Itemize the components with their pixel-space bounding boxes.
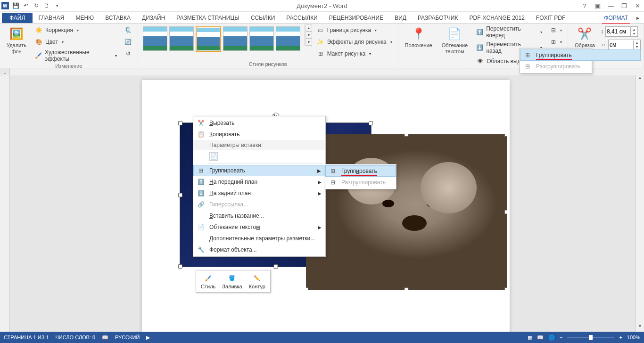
submenu-group[interactable]: ⊞Группировать bbox=[325, 165, 396, 177]
picture-border-button[interactable]: ▭Граница рисунка▾ bbox=[314, 24, 395, 36]
style-preset-4[interactable] bbox=[223, 26, 248, 51]
restore-button[interactable]: ❐ bbox=[618, 0, 631, 11]
help-button[interactable]: ? bbox=[578, 0, 591, 11]
zoom-slider[interactable] bbox=[567, 337, 614, 338]
style-preset-1[interactable] bbox=[143, 26, 167, 51]
zoom-in[interactable]: + bbox=[619, 335, 622, 340]
ctx-paste-option[interactable]: 📄 bbox=[193, 150, 325, 163]
image-2[interactable]: ↻ bbox=[306, 134, 507, 290]
status-words[interactable]: ЧИСЛО СЛОВ: 0 bbox=[56, 335, 96, 340]
status-macro-icon[interactable]: ▶ bbox=[146, 335, 150, 341]
gallery-more[interactable]: ▾ bbox=[305, 39, 312, 46]
scrollbar-vertical[interactable]: ▲ ▼ bbox=[636, 75, 644, 332]
tab-format[interactable]: ФОРМАТ bbox=[598, 13, 634, 23]
corrections-button[interactable]: ☀️Коррекция▾ bbox=[32, 24, 120, 36]
ribbon-tabs: ФАЙЛ ГЛАВНАЯ Меню ВСТАВКА ДИЗАЙН РАЗМЕТК… bbox=[0, 12, 644, 24]
tab-page-layout[interactable]: РАЗМЕТКА СТРАНИЦЫ bbox=[171, 13, 245, 23]
mini-outline-button[interactable]: ✏️Контур bbox=[246, 272, 268, 290]
picture-effects-button[interactable]: ✨Эффекты для рисунка▾ bbox=[314, 36, 395, 48]
compress-pictures-button[interactable]: 🗜️ bbox=[122, 24, 135, 36]
status-bar: СТРАНИЦА 1 ИЗ 1 ЧИСЛО СЛОВ: 0 📖 РУССКИЙ … bbox=[0, 332, 644, 343]
bring-forward-button[interactable]: ⬆️Переместить вперед▾ bbox=[473, 24, 545, 40]
ctx-send-back[interactable]: ⬇️На задний план▶ bbox=[193, 188, 325, 199]
style-preset-6[interactable] bbox=[276, 26, 300, 51]
quick-access-toolbar: W 💾 ↶ ↻ 🗋 ▾ bbox=[0, 0, 62, 11]
tab-design[interactable]: ДИЗАЙН bbox=[136, 13, 171, 23]
save-button[interactable]: 💾 bbox=[10, 0, 21, 11]
tab-pdfxchange[interactable]: PDF-XChange 2012 bbox=[463, 13, 530, 23]
height-input[interactable]: ▲▼ bbox=[605, 26, 638, 37]
height-icon: ↕ bbox=[601, 28, 603, 35]
qat-customize[interactable]: ▾ bbox=[52, 0, 62, 11]
redo-button[interactable]: ↻ bbox=[31, 0, 41, 11]
tab-developer[interactable]: РАЗРАБОТЧИК bbox=[412, 13, 464, 23]
workspace: ↻ ↻ 🖌️Стиль 🪣Заливка ✏️Контур bbox=[0, 75, 644, 332]
position-button[interactable]: 📍Положение bbox=[401, 24, 436, 50]
context-menu: ✂️Вырезать 📋Копировать Параметры вставки… bbox=[193, 116, 326, 257]
new-doc-button[interactable]: 🗋 bbox=[41, 0, 52, 11]
tab-mailings[interactable]: РАССЫЛКИ bbox=[281, 13, 323, 23]
document-area[interactable]: ↻ ↻ 🖌️Стиль 🪣Заливка ✏️Контур bbox=[10, 75, 644, 332]
window-title: Документ2 - Word bbox=[297, 2, 347, 9]
ribbon: 🖼️ Удалить фон ☀️Коррекция▾ 🎨Цвет▾ 🖌️Худ… bbox=[0, 24, 644, 68]
style-preset-2[interactable] bbox=[169, 26, 194, 51]
group-picture-styles: ▴ ▾ ▾ ▭Граница рисунка▾ ✨Эффекты для рис… bbox=[138, 24, 398, 68]
align-button[interactable]: ⊟▾ bbox=[547, 24, 565, 36]
color-button[interactable]: 🎨Цвет▾ bbox=[32, 36, 120, 48]
mini-fill-button[interactable]: 🪣Заливка bbox=[219, 272, 245, 290]
crop-button[interactable]: ✂️Обрезка bbox=[571, 24, 599, 50]
width-icon: ↔ bbox=[601, 41, 606, 48]
style-preset-3[interactable] bbox=[196, 26, 221, 52]
picture-layout-button[interactable]: ⊞Макет рисунка▾ bbox=[314, 48, 395, 59]
tab-view[interactable]: ВИД bbox=[389, 13, 412, 23]
group-dropdown-ungroup: ⊟Разгруппировать bbox=[520, 61, 641, 72]
remove-background-button[interactable]: 🖼️ Удалить фон bbox=[3, 24, 30, 57]
svg-text:W: W bbox=[3, 3, 8, 8]
ctx-wrap-text[interactable]: 📄Обтекание текстом▶ bbox=[193, 221, 325, 233]
ribbon-options-button[interactable]: ▣ bbox=[591, 0, 604, 11]
tab-home[interactable]: ГЛАВНАЯ bbox=[33, 13, 70, 23]
ctx-group[interactable]: ⊞Группировать▶ bbox=[193, 165, 325, 176]
status-page[interactable]: СТРАНИЦА 1 ИЗ 1 bbox=[4, 335, 49, 340]
width-input[interactable]: ▲▼ bbox=[608, 40, 641, 50]
group-dropdown-group[interactable]: ⊞Группировать bbox=[520, 49, 641, 61]
view-read-mode[interactable]: 📖 bbox=[537, 335, 544, 341]
close-button[interactable]: ✕ bbox=[631, 0, 644, 11]
ruler-vertical[interactable] bbox=[0, 75, 10, 332]
picture-style-gallery[interactable] bbox=[141, 24, 302, 54]
ctx-cut[interactable]: ✂️Вырезать bbox=[193, 117, 325, 129]
status-language[interactable]: РУССКИЙ bbox=[115, 335, 140, 340]
tab-insert[interactable]: ВСТАВКА bbox=[99, 13, 136, 23]
mini-toolbar: 🖌️Стиль 🪣Заливка ✏️Контур bbox=[196, 270, 271, 293]
tab-references[interactable]: ССЫЛКИ bbox=[245, 13, 281, 23]
ctx-more-layout[interactable]: Дополнительные параметры разметки... bbox=[193, 233, 325, 244]
undo-button[interactable]: ↶ bbox=[21, 0, 31, 11]
tab-menu[interactable]: Меню bbox=[70, 13, 99, 23]
artistic-effects-button[interactable]: 🖌️Художественные эффекты▾ bbox=[32, 48, 120, 63]
reset-picture-button[interactable]: ↺ bbox=[122, 48, 135, 59]
zoom-out[interactable]: − bbox=[560, 335, 562, 340]
ctx-copy[interactable]: 📋Копировать bbox=[193, 129, 325, 140]
tab-foxit[interactable]: Foxit PDF bbox=[530, 13, 571, 23]
gallery-up[interactable]: ▴ bbox=[305, 24, 312, 32]
style-preset-5[interactable] bbox=[249, 26, 274, 51]
tab-overflow[interactable]: ▸ bbox=[634, 13, 642, 23]
zoom-level[interactable]: 100% bbox=[627, 335, 640, 340]
ctx-hyperlink: 🔗Гиперссылка... bbox=[193, 199, 325, 210]
view-web-layout[interactable]: 🌐 bbox=[548, 335, 555, 341]
ctx-insert-caption[interactable]: Вставить название... bbox=[193, 210, 325, 221]
group-button[interactable]: ⊞▾ bbox=[547, 36, 565, 48]
word-icon: W bbox=[0, 0, 10, 11]
gallery-down[interactable]: ▾ bbox=[305, 32, 312, 39]
minimize-button[interactable]: — bbox=[604, 0, 618, 11]
tab-file[interactable]: ФАЙЛ bbox=[2, 13, 33, 23]
window-controls: ? ▣ — ❐ ✕ bbox=[578, 0, 644, 11]
ctx-bring-front[interactable]: ⬆️На передний план▶ bbox=[193, 176, 325, 188]
wrap-text-button[interactable]: 📄Обтекание текстом bbox=[438, 24, 471, 57]
tab-review[interactable]: РЕЦЕНЗИРОВАНИЕ bbox=[323, 13, 389, 23]
ctx-format-object[interactable]: 🔧Формат объекта... bbox=[193, 244, 325, 255]
view-print-layout[interactable]: ▦ bbox=[528, 335, 532, 341]
status-proofing-icon[interactable]: 📖 bbox=[102, 335, 108, 341]
change-picture-button[interactable]: 🔄 bbox=[122, 36, 135, 48]
mini-style-button[interactable]: 🖌️Стиль bbox=[198, 272, 218, 290]
